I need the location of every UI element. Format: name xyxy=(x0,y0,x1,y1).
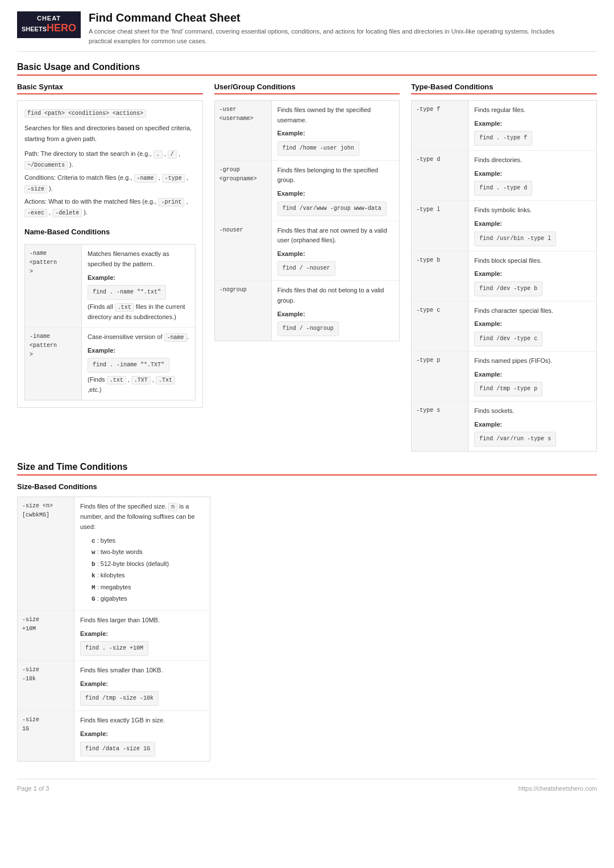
logo-cheat-text: CHEAT xyxy=(22,15,76,22)
table-row: -user<username> Finds files owned by the… xyxy=(215,101,400,161)
table-row: -nogroup Finds files that do not belong … xyxy=(215,281,400,341)
logo-hero-text: HERO xyxy=(47,22,76,35)
type-conditions-col-title: Type-Based Conditions xyxy=(411,82,597,94)
cell-val: Finds files that do not belong to a vali… xyxy=(272,281,400,341)
size-suffix-list: c : bytes w : two-byte words b : 512-byt… xyxy=(92,536,204,605)
cell-key: -size1G xyxy=(18,711,74,760)
basic-syntax-code: find <path> <conditions> <actions> xyxy=(24,109,146,118)
type-conditions-table: -type f Finds regular files. Example: fi… xyxy=(411,100,597,452)
path-desc: Path: The directory to start the search … xyxy=(24,148,196,170)
example-code: find /dev -type c xyxy=(474,332,542,346)
cell-val: Finds files of the specified size. n is … xyxy=(74,497,210,610)
page-title: Find Command Cheat Sheet xyxy=(89,11,555,24)
cell-key: -user<username> xyxy=(215,101,272,160)
section2-grid: Size-Based Conditions -size <n>[cwbkMG] … xyxy=(17,482,210,761)
table-row: -type s Finds sockets. Example: find /va… xyxy=(412,402,596,451)
name-conditions-subsection: Name-Based Conditions -name <pattern > M… xyxy=(24,226,196,400)
basic-syntax-col-title: Basic Syntax xyxy=(17,82,203,94)
example-code: find . -name "*.txt" xyxy=(88,285,166,300)
cell-key: -type d xyxy=(412,151,468,200)
table-row: -name <pattern > Matches filenames exact… xyxy=(25,245,195,327)
page-number: Page 1 of 3 xyxy=(17,785,49,792)
table-row: -size1G Finds files exactly 1GB in size.… xyxy=(18,711,210,760)
example-code: find . -type f xyxy=(474,131,532,146)
cell-val: Finds files that are not owned by a vali… xyxy=(272,221,400,281)
size-conditions-table: -size <n>[cwbkMG] Finds files of the spe… xyxy=(17,497,210,761)
table-row: -type d Finds directories. Example: find… xyxy=(412,151,596,201)
actions-desc: Actions: What to do with the matched fil… xyxy=(24,196,196,218)
cell-val: Finds files larger than 10MB. Example: f… xyxy=(74,611,210,660)
cell-val: Finds files belonging to the specified g… xyxy=(272,161,400,221)
example-code: find / -nogroup xyxy=(277,321,339,336)
basic-syntax-card: find <path> <conditions> <actions> Searc… xyxy=(17,100,203,408)
cell-val: Matches filenames exactly as specified b… xyxy=(82,245,195,326)
table-row: -size-10k Finds files smaller than 10KB.… xyxy=(18,661,210,711)
table-row: -type l Finds symbolic links. Example: f… xyxy=(412,201,596,251)
page-description: A concise cheat sheet for the 'find' com… xyxy=(89,27,555,46)
cell-key: -size-10k xyxy=(18,661,74,710)
footer-url: https://cheatsheetshero.com xyxy=(518,785,597,792)
cell-key: -size+10M xyxy=(18,611,74,660)
example-code: find /tmp -size -10k xyxy=(80,691,159,706)
cell-key: -type s xyxy=(412,402,468,451)
table-row: -size+10M Finds files larger than 10MB. … xyxy=(18,611,210,661)
section1-title: Basic Usage and Conditions xyxy=(17,62,597,76)
example-code: find /var/www -group www-data xyxy=(277,201,387,216)
cell-val: Finds files smaller than 10KB. Example: … xyxy=(74,661,210,710)
section2-title: Size and Time Conditions xyxy=(17,462,597,476)
example-code: find /dev -type b xyxy=(474,282,542,296)
type-conditions-col: Type-Based Conditions -type f Finds regu… xyxy=(411,82,597,452)
table-row: -type b Finds block special files. Examp… xyxy=(412,251,596,301)
name-conditions-table: -name <pattern > Matches filenames exact… xyxy=(24,244,196,400)
cell-val: Case-insensitive version of -name. Examp… xyxy=(82,328,195,400)
cell-key: -type c xyxy=(412,301,468,351)
header-text-block: Find Command Cheat Sheet A concise cheat… xyxy=(89,11,555,46)
section1-grid: Basic Syntax find <path> <conditions> <a… xyxy=(17,82,597,452)
name-conditions-title: Name-Based Conditions xyxy=(24,226,196,238)
user-group-col-title: User/Group Conditions xyxy=(214,82,400,94)
cell-val: Finds block special files. Example: find… xyxy=(468,251,596,301)
table-row: -group<groupname> Finds files belonging … xyxy=(215,161,400,221)
cell-val: Finds sockets. Example: find /var/run -t… xyxy=(468,402,596,451)
cell-val: Finds character special files. Example: … xyxy=(468,301,596,351)
size-conditions-title: Size-Based Conditions xyxy=(17,482,210,491)
table-row: -iname <pattern > Case-insensitive versi… xyxy=(25,328,195,400)
table-row: -type f Finds regular files. Example: fi… xyxy=(412,101,596,151)
table-row: -nouser Finds files that are not owned b… xyxy=(215,221,400,282)
example-code: find /home -user john xyxy=(277,141,359,156)
table-row: -size <n>[cwbkMG] Finds files of the spe… xyxy=(18,497,210,611)
cell-key: -nouser xyxy=(215,221,272,281)
table-row: -type p Finds named pipes (FIFOs). Examp… xyxy=(412,352,596,402)
logo: CHEAT SHEETS HERO xyxy=(17,11,81,38)
cell-val: Finds regular files. Example: find . -ty… xyxy=(468,101,596,150)
cell-key: -type f xyxy=(412,101,468,150)
cell-key: -type p xyxy=(412,352,468,401)
example-code: find . -iname "*.TXT" xyxy=(88,358,169,373)
basic-syntax-col: Basic Syntax find <path> <conditions> <a… xyxy=(17,82,203,452)
cell-key: -group<groupname> xyxy=(215,161,272,221)
conditions-desc: Conditions: Criteria to match files (e.g… xyxy=(24,172,196,194)
cell-val: Finds symbolic links. Example: find /usr… xyxy=(468,201,596,250)
user-group-col: User/Group Conditions -user<username> Fi… xyxy=(214,82,400,452)
example-code: find /data -size 1G xyxy=(80,742,155,757)
example-code: find /usr/bin -type l xyxy=(474,232,556,246)
basic-syntax-desc: Searches for files and directories based… xyxy=(24,123,196,144)
cell-key: -size <n>[cwbkMG] xyxy=(18,497,74,610)
cell-key: -type l xyxy=(412,201,468,250)
page-footer: Page 1 of 3 https://cheatsheetshero.com xyxy=(17,779,597,792)
example-code: find / -nouser xyxy=(277,261,335,276)
cell-key: -nogroup xyxy=(215,281,272,341)
cell-key: -type b xyxy=(412,251,468,301)
example-code: find /tmp -type p xyxy=(474,382,542,396)
user-group-table: -user<username> Finds files owned by the… xyxy=(214,100,400,341)
cell-val: Finds files exactly 1GB in size. Example… xyxy=(74,711,210,760)
cell-val: Finds named pipes (FIFOs). Example: find… xyxy=(468,352,596,401)
example-code: find . -type d xyxy=(474,181,532,196)
page-header: CHEAT SHEETS HERO Find Command Cheat She… xyxy=(17,11,597,52)
cell-key: -iname <pattern > xyxy=(25,328,82,400)
cell-val: Finds directories. Example: find . -type… xyxy=(468,151,596,200)
example-code: find . -size +10M xyxy=(80,641,148,656)
table-row: -type c Finds character special files. E… xyxy=(412,301,596,352)
logo-sheets-text: SHEETS xyxy=(22,26,47,33)
example-code: find /var/run -type s xyxy=(474,432,556,447)
